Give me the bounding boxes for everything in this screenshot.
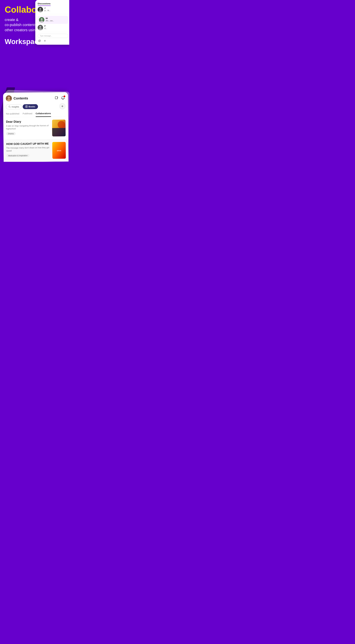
svg-point-5 (40, 20, 43, 22)
book-title-1: Dear Diary (6, 120, 50, 124)
add-tab-button[interactable]: + (59, 103, 65, 109)
hero-section: Discussions J ju... th... Mi Alri... cov… (0, 0, 69, 87)
disc-avatar-1 (38, 7, 43, 12)
svg-point-14 (9, 106, 10, 107)
contents-title: Contents (14, 96, 28, 100)
disc-avatar-2 (39, 17, 44, 22)
book-desc-2: The message many don't share on how they… (6, 146, 50, 152)
book-title-2: HOW GOD CAUGHT UP WITH ME (6, 142, 50, 146)
svg-point-10 (8, 96, 10, 99)
discussions-title: Discussions (38, 2, 51, 6)
contents-card: Contents (3, 92, 69, 162)
cover-diary-visual (52, 120, 66, 136)
contents-tabs: Insights Books + (6, 103, 65, 110)
contents-section: Contents (0, 87, 69, 162)
sub-tabs: Not published Publihsed Collaborations (6, 112, 65, 117)
svg-rect-18 (52, 128, 66, 136)
book-card-2[interactable]: HOW GOD CAUGHT UP WITH ME The message ma… (4, 139, 69, 162)
svg-rect-15 (26, 106, 28, 108)
notification-icon[interactable] (61, 96, 65, 100)
tab-insights[interactable]: Insights (6, 104, 22, 109)
disc-toolbar: @ ≡ (38, 39, 68, 43)
notification-badge (64, 96, 65, 97)
disc-text-2: Mi Alri... cov... (46, 17, 54, 22)
svg-point-8 (39, 28, 42, 30)
svg-point-7 (39, 26, 41, 28)
disc-text-3: P O... (44, 25, 47, 30)
book-tag-2: Motivation & Inspiration (6, 154, 30, 157)
discussions-card: Discussions J ju... th... Mi Alri... cov… (35, 0, 69, 45)
svg-point-17 (58, 121, 65, 128)
svg-point-13 (63, 99, 63, 100)
svg-text:SAUG: SAUG (57, 150, 61, 152)
book-tag-1: Drama (6, 132, 16, 135)
message-input[interactable]: Type message... (38, 34, 68, 38)
book-desc-1: A tale on 3rigx navigating through the h… (6, 124, 50, 130)
sub-tab-not-published[interactable]: Not published (6, 112, 19, 117)
book-card-1-content: Dear Diary A tale on 3rigx navigating th… (6, 120, 50, 135)
disc-text-1: J ju... th... (44, 7, 51, 12)
svg-point-1 (39, 8, 41, 10)
contents-header: Contents (6, 95, 65, 101)
book-card-1[interactable]: Dear Diary A tale on 3rigx navigating th… (3, 117, 68, 140)
sub-tab-published[interactable]: Publihsed (23, 112, 32, 117)
disc-avatar-3 (38, 25, 43, 30)
contents-avatar (6, 95, 12, 101)
cover-god-visual: SAUG (52, 142, 66, 159)
contents-header-left: Contents (6, 95, 28, 101)
book-cover-2: SAUG (52, 142, 66, 159)
contents-header-icons (54, 96, 65, 100)
at-icon[interactable]: @ (38, 39, 41, 43)
share-icon[interactable] (54, 96, 59, 100)
sub-tab-collaborations[interactable]: Collaborations (36, 112, 51, 117)
tab-books[interactable]: Books (23, 104, 38, 109)
svg-point-2 (39, 10, 42, 12)
book-card-2-content: HOW GOD CAUGHT UP WITH ME The message ma… (6, 142, 50, 157)
list-icon[interactable]: ≡ (43, 39, 47, 43)
svg-point-4 (41, 18, 43, 20)
discussion-item-2: Mi Alri... cov... (38, 16, 68, 24)
book-cover-1 (52, 120, 66, 136)
discussion-item-1: J ju... th... (38, 7, 68, 14)
discussion-item-3: P O... (38, 25, 68, 32)
